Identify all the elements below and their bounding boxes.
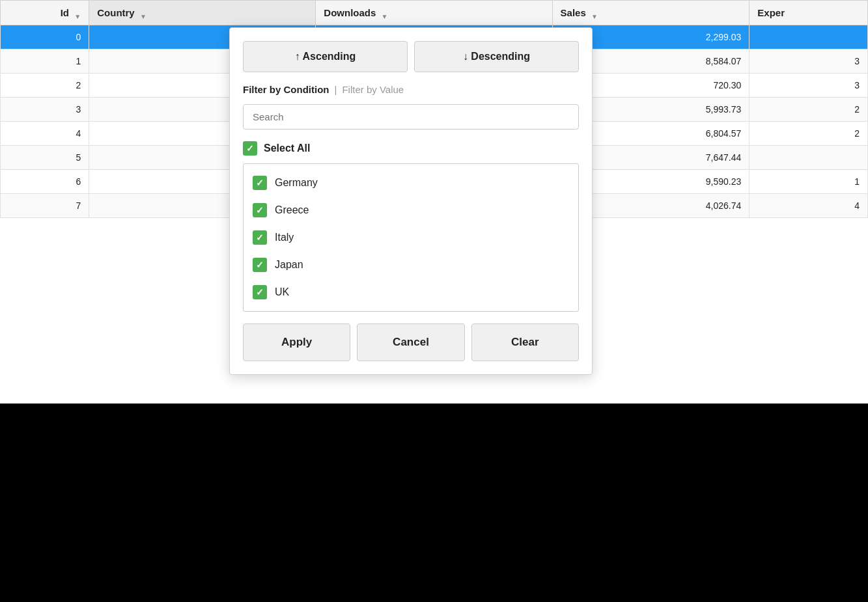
col-header-country[interactable]: Country bbox=[89, 1, 316, 25]
sort-buttons-row: ↑ Ascending ↓ Descending bbox=[243, 41, 579, 72]
filter-list: GermanyGreeceItalyJapanUK bbox=[243, 163, 579, 312]
filter-item-checkbox[interactable] bbox=[253, 176, 267, 190]
filter-icon-id[interactable] bbox=[74, 10, 81, 16]
col-label-country: Country bbox=[97, 7, 135, 18]
filter-list-item[interactable]: Germany bbox=[244, 169, 578, 197]
table-cell: 6 bbox=[1, 170, 89, 194]
filter-icon-sales[interactable] bbox=[591, 10, 598, 16]
col-label-sales: Sales bbox=[561, 7, 586, 18]
filter-list-item[interactable]: Greece bbox=[244, 197, 578, 224]
filter-by-value-tab[interactable]: Filter by Value bbox=[342, 84, 404, 95]
action-buttons-row: Apply Cancel Clear bbox=[243, 323, 579, 361]
table-cell: 2 bbox=[1, 74, 89, 98]
table-cell: 3 bbox=[749, 49, 868, 74]
col-label-exper: Exper bbox=[757, 7, 785, 18]
table-cell: 0 bbox=[1, 25, 89, 49]
table-cell: 2 bbox=[749, 98, 868, 122]
filter-item-label: Italy bbox=[275, 232, 294, 243]
col-header-sales[interactable]: Sales bbox=[552, 1, 749, 25]
table-cell: 4 bbox=[749, 194, 868, 218]
apply-button[interactable]: Apply bbox=[243, 323, 350, 361]
sort-ascending-button[interactable]: ↑ Ascending bbox=[243, 41, 408, 72]
filter-item-checkbox[interactable] bbox=[253, 258, 267, 272]
cancel-button[interactable]: Cancel bbox=[357, 323, 464, 361]
table-cell: 3 bbox=[1, 98, 89, 122]
search-input[interactable] bbox=[243, 104, 579, 130]
table-cell: 7 bbox=[1, 194, 89, 218]
col-label-downloads: Downloads bbox=[324, 7, 376, 18]
table-cell: 2 bbox=[749, 122, 868, 146]
table-cell: 3 bbox=[749, 74, 868, 98]
filter-item-checkbox[interactable] bbox=[253, 230, 267, 245]
filter-item-label: Germany bbox=[275, 177, 318, 189]
col-header-exper: Exper bbox=[749, 1, 868, 25]
filter-popup: ↑ Ascending ↓ Descending Filter by Condi… bbox=[229, 27, 593, 375]
filter-item-label: UK bbox=[275, 286, 289, 298]
sort-descending-button[interactable]: ↓ Descending bbox=[414, 41, 579, 72]
table-cell: 5 bbox=[1, 146, 89, 170]
filter-tabs: Filter by Condition | Filter by Value bbox=[243, 84, 579, 95]
filter-item-label: Japan bbox=[275, 259, 303, 271]
col-header-downloads[interactable]: Downloads bbox=[316, 1, 552, 25]
clear-button[interactable]: Clear bbox=[471, 323, 579, 361]
select-all-label: Select All bbox=[264, 143, 310, 154]
filter-by-condition-tab[interactable]: Filter by Condition bbox=[243, 84, 329, 95]
filter-list-item[interactable]: Japan bbox=[244, 251, 578, 279]
filter-list-item[interactable]: Italy bbox=[244, 224, 578, 251]
table-cell: 1 bbox=[749, 170, 868, 194]
filter-list-item[interactable]: UK bbox=[244, 279, 578, 306]
filter-icon-downloads[interactable] bbox=[382, 10, 388, 16]
col-label-id: Id bbox=[61, 7, 69, 18]
filter-item-label: Greece bbox=[275, 204, 309, 216]
select-all-row[interactable]: Select All bbox=[243, 139, 579, 158]
col-header-id[interactable]: Id bbox=[1, 1, 89, 25]
filter-item-checkbox[interactable] bbox=[253, 203, 267, 217]
table-cell: 1 bbox=[1, 49, 89, 74]
filter-icon-country[interactable] bbox=[140, 10, 147, 16]
filter-item-checkbox[interactable] bbox=[253, 285, 267, 299]
select-all-checkbox[interactable] bbox=[243, 141, 257, 156]
table-cell bbox=[749, 25, 868, 49]
table-cell: 4 bbox=[1, 122, 89, 146]
filter-tab-divider: | bbox=[335, 84, 337, 95]
table-cell bbox=[749, 146, 868, 170]
